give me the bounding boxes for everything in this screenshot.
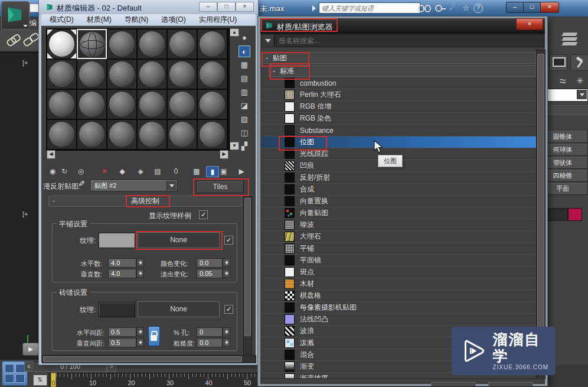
sample-slot[interactable] [107,119,137,149]
eyedropper-icon[interactable]: ✎ [78,179,85,188]
sample-slot[interactable] [137,89,167,119]
sample-slot[interactable] [107,59,137,89]
object-color-swatch[interactable] [568,208,582,221]
grout-texture-swatch[interactable] [99,302,135,317]
map-list-item[interactable]: 向量置换 [262,196,536,207]
sample-slot[interactable] [197,59,227,89]
main-minimize-button[interactable]: – [506,2,524,13]
cancel-button-partial[interactable] [488,382,533,386]
expand-arrow-button[interactable]: ▶ [22,343,39,356]
map-list-item[interactable]: 平面镜 [262,255,536,266]
viewport-label[interactable]: [+ [22,59,28,66]
search-binoculars-icon[interactable] [418,3,431,13]
spinner-control[interactable] [223,269,230,278]
sample-slot[interactable] [77,59,107,89]
sample-slot[interactable] [197,119,227,149]
tiling-texture-swatch[interactable] [99,233,135,248]
object-name-field[interactable] [548,208,568,221]
sample-slot[interactable] [137,29,167,59]
map-list-item[interactable]: 反射/折射 [262,172,536,184]
main-close-button[interactable]: × [540,2,559,13]
me-close-button[interactable]: × [236,2,254,12]
sample-slot[interactable] [107,89,137,119]
menu-item[interactable]: 模式(D) [50,15,74,25]
lock-gap-button[interactable] [148,326,160,346]
spinner-control[interactable] [223,338,230,347]
slots-scroll-left-button[interactable]: ◀ [47,150,55,159]
toolbar-flyout-arrow[interactable] [312,5,316,11]
sample-slot[interactable] [47,59,77,89]
map-list-item[interactable]: Perlin 大理石 [262,89,536,101]
menu-item[interactable]: 选项(O) [161,15,185,25]
color-variance-field[interactable]: 0.0 [197,258,223,268]
viewport-left-partial[interactable] [0,52,39,360]
show-texture-checkbox[interactable]: ✓ [199,210,208,219]
map-list-item[interactable]: 木材 [262,278,536,290]
new-document-icon[interactable] [30,4,39,12]
me-bottom-scrollbar[interactable] [42,355,256,363]
sample-slot[interactable] [167,59,197,89]
menu-item[interactable]: 实用程序(U) [199,15,237,25]
global-search-input[interactable] [319,2,420,14]
fade-variance-field[interactable]: 0.05 [197,269,223,278]
help-icon[interactable]: ? [473,4,483,13]
map-list-item[interactable]: RGB 倍增 [262,101,536,113]
sample-slot[interactable] [47,29,77,59]
sample-slot[interactable] [137,59,167,89]
previous-frame-button[interactable]: < [24,362,34,372]
map-list-item[interactable]: 斑点 [262,266,536,278]
spinner-control[interactable] [223,258,230,267]
sample-slot[interactable] [137,119,167,149]
ok-button-partial[interactable] [431,382,476,386]
roughness-field[interactable]: 0.0 [197,338,223,347]
me-maximize-button[interactable]: □ [217,2,236,12]
scrollbar-thumb[interactable] [537,54,544,339]
grout-none-button[interactable]: None [138,301,220,317]
horiz-count-field[interactable]: 4.0 [108,258,136,268]
space-warps-icon[interactable]: ≈ [560,74,566,88]
scrollbar-thumb[interactable] [43,356,242,362]
menu-item[interactable]: 导航(N) [125,15,149,25]
browser-close-button[interactable]: × [516,18,543,30]
sample-slot[interactable] [167,119,197,149]
map-list-item[interactable]: RGB 染色 [262,113,536,125]
me-minimize-button[interactable]: – [199,2,217,12]
map-list-item[interactable]: 向量贴图 [262,207,536,219]
primitive-category-dropdown[interactable] [547,89,588,102]
slots-scroll-up-button[interactable]: ▲ [230,28,239,37]
map-list-item[interactable]: 平铺 [262,243,536,255]
slots-scroll-down-button[interactable]: ▼ [230,142,239,150]
current-frame-marker[interactable]: 0 [51,373,56,387]
sample-slot[interactable] [167,89,197,119]
holes-field[interactable]: 0 [197,327,223,337]
sample-slot[interactable] [77,89,107,119]
slots-scroll-right-button[interactable]: ▶ [220,150,228,159]
sample-slot[interactable] [47,119,77,149]
map-slot-dropdown[interactable]: 贴图 #2 [90,180,178,191]
display-tab-icon[interactable] [549,54,568,71]
map-list-item[interactable]: 大理石 [262,231,536,243]
timeline-ruler[interactable]: 10 20 30 40 50 [48,373,258,387]
favorites-star-icon[interactable]: ☆ [459,3,472,13]
layers-icon[interactable] [561,31,579,47]
key-icon[interactable] [432,3,445,13]
sample-slot[interactable] [197,89,227,119]
params-scrollbar[interactable] [243,196,252,355]
main-maximize-button[interactable]: □ [523,2,541,13]
map-list-item[interactable]: 棋盘格 [262,290,536,302]
systems-icon[interactable]: ✳ [576,76,584,86]
search-options-caret[interactable] [262,34,275,47]
utilities-tab-icon[interactable] [570,54,588,71]
viewport-label[interactable]: [+ [22,210,28,217]
map-list-item[interactable]: 噪波 [262,219,536,231]
spinner-control[interactable] [136,269,144,278]
application-menu-button[interactable] [1,1,30,30]
vert-count-field[interactable]: 4.0 [108,269,136,278]
scrollbar-thumb[interactable] [244,198,251,336]
communication-center-icon[interactable]: ☄ [446,3,459,13]
map-list-item[interactable]: 合成 [262,184,536,196]
tiling-texture-checkbox[interactable]: ✓ [224,236,233,245]
sample-slot[interactable] [167,29,197,59]
browser-search-input[interactable] [275,34,544,47]
sample-slot[interactable] [77,119,107,149]
